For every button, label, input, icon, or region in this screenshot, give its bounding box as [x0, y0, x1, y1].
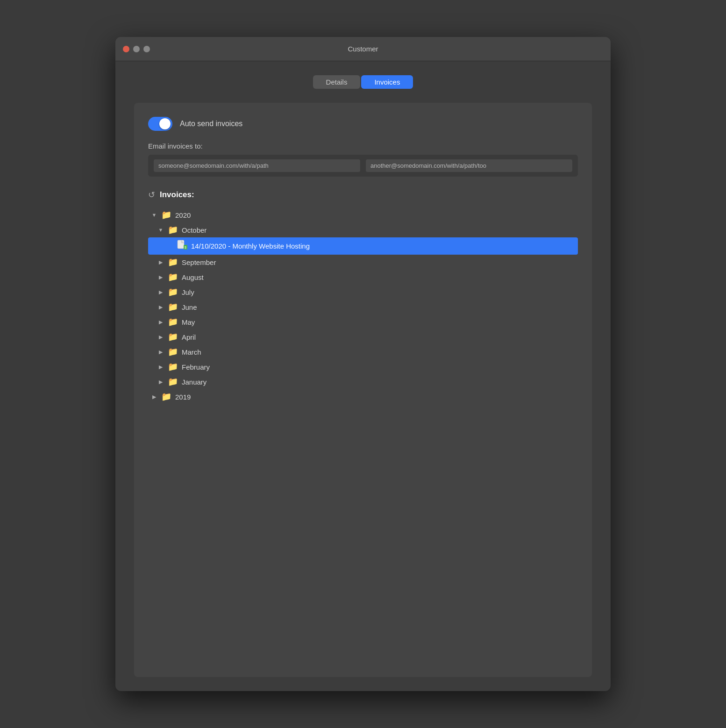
folder-icon-october: 📁 [168, 225, 178, 235]
label-august: August [182, 273, 204, 281]
folder-icon-2019: 📁 [161, 392, 171, 402]
label-february: February [182, 363, 210, 371]
email-input-1[interactable] [154, 159, 360, 172]
folder-icon-june: 📁 [168, 302, 178, 312]
label-october: October [182, 226, 206, 234]
toggle-knob [159, 118, 171, 129]
chevron-september [157, 259, 164, 265]
label-july: July [182, 288, 194, 296]
tree-item-year-2020[interactable]: 📁 2020 [148, 207, 578, 222]
chevron-february [157, 364, 164, 370]
tree-item-january[interactable]: 📁 January [148, 374, 578, 389]
folder-icon-august: 📁 [168, 272, 178, 282]
tree-item-invoice-oct[interactable]: $ 14/10/2020 - Monthly Website Hosting [148, 237, 578, 255]
chevron-july [157, 289, 164, 295]
folder-icon-2020: 📁 [161, 210, 171, 220]
traffic-lights [123, 46, 150, 52]
tree-item-october[interactable]: 📁 October [148, 222, 578, 237]
auto-send-toggle[interactable] [148, 117, 172, 131]
window-title: Customer [348, 45, 378, 53]
folder-icon-september: 📁 [168, 257, 178, 267]
email-input-2[interactable] [366, 159, 572, 172]
svg-rect-0 [178, 240, 184, 249]
label-may: May [182, 318, 195, 326]
tab-invoices[interactable]: Invoices [361, 75, 413, 89]
label-2019: 2019 [175, 393, 191, 401]
email-label: Email invoices to: [148, 142, 578, 150]
titlebar: Customer [115, 37, 611, 61]
close-button[interactable] [123, 46, 129, 52]
invoices-section: ↺ Invoices: 📁 2020 📁 October [148, 190, 578, 404]
content-area: Details Invoices Auto send invoices Emai… [115, 61, 611, 691]
refresh-icon[interactable]: ↺ [148, 190, 155, 200]
label-invoice-oct: 14/10/2020 - Monthly Website Hosting [191, 242, 310, 250]
label-2020: 2020 [175, 211, 191, 219]
tab-bar: Details Invoices [134, 75, 592, 89]
chevron-2020 [151, 212, 157, 218]
chevron-march [157, 349, 164, 355]
chevron-2019 [151, 394, 157, 400]
chevron-august [157, 274, 164, 280]
label-september: September [182, 258, 216, 266]
invoice-file-icon: $ [177, 240, 187, 252]
main-panel: Auto send invoices Email invoices to: ↺ … [134, 103, 592, 677]
minimize-button[interactable] [133, 46, 140, 52]
folder-icon-february: 📁 [168, 362, 178, 372]
folder-icon-january: 📁 [168, 377, 178, 387]
invoices-title: Invoices: [160, 190, 194, 200]
auto-send-row: Auto send invoices [148, 117, 578, 131]
label-june: June [182, 303, 197, 311]
tree-item-april[interactable]: 📁 April [148, 329, 578, 344]
tree-item-march[interactable]: 📁 March [148, 344, 578, 359]
label-april: April [182, 333, 196, 341]
email-inputs-container [148, 155, 578, 177]
tree-item-september[interactable]: 📁 September [148, 255, 578, 270]
chevron-may [157, 319, 164, 325]
folder-icon-may: 📁 [168, 317, 178, 327]
auto-send-label: Auto send invoices [180, 120, 242, 128]
tree-item-august[interactable]: 📁 August [148, 270, 578, 285]
chevron-january [157, 379, 164, 385]
invoices-header: ↺ Invoices: [148, 190, 578, 200]
label-march: March [182, 348, 201, 356]
fullscreen-button[interactable] [143, 46, 150, 52]
tree-item-may[interactable]: 📁 May [148, 314, 578, 329]
label-january: January [182, 378, 206, 386]
tree-view: 📁 2020 📁 October [148, 207, 578, 404]
chevron-april [157, 334, 164, 340]
chevron-june [157, 304, 164, 310]
tree-item-july[interactable]: 📁 July [148, 285, 578, 300]
tree-item-february[interactable]: 📁 February [148, 359, 578, 374]
tab-details[interactable]: Details [313, 75, 361, 89]
tree-item-june[interactable]: 📁 June [148, 300, 578, 314]
main-window: Customer Details Invoices Auto send invo… [115, 37, 611, 691]
chevron-october [157, 227, 164, 233]
tree-item-year-2019[interactable]: 📁 2019 [148, 389, 578, 404]
folder-icon-april: 📁 [168, 332, 178, 342]
email-section: Email invoices to: [148, 142, 578, 177]
folder-icon-march: 📁 [168, 347, 178, 357]
svg-text:$: $ [185, 246, 186, 249]
folder-icon-july: 📁 [168, 287, 178, 297]
